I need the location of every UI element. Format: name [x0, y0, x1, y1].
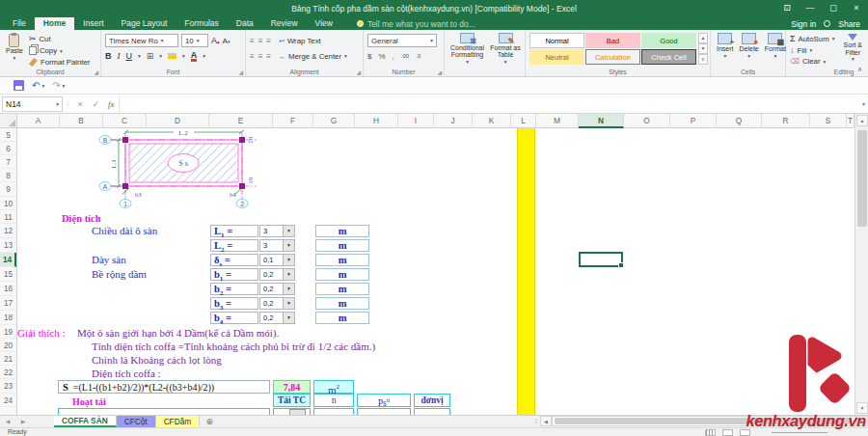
column-header-M[interactable]: M — [536, 114, 579, 128]
redo-button[interactable]: ↷▾ — [52, 80, 65, 91]
font-size-select[interactable]: 10▾ — [181, 34, 208, 47]
row-header-8[interactable]: 8 — [0, 169, 16, 182]
sheet-tab-cfcột[interactable]: CFCột — [117, 416, 156, 427]
styles-more-icon[interactable]: ≡ — [698, 54, 708, 65]
row-header-22[interactable]: 22 — [0, 366, 16, 379]
column-header-D[interactable]: D — [147, 114, 209, 128]
format-painter-button[interactable]: Format Painter — [29, 57, 91, 68]
column-header-Q[interactable]: Q — [717, 114, 762, 128]
align-left-icon[interactable]: ≡ — [250, 52, 254, 61]
column-header-A[interactable]: A — [17, 114, 60, 128]
accounting-format-icon[interactable]: $ — [367, 52, 371, 61]
share-button[interactable]: Share — [838, 19, 860, 29]
save-icon[interactable] — [14, 80, 24, 91]
dialog-launcher-icon[interactable]: ◢ — [94, 68, 98, 75]
dialog-launcher-icon[interactable]: ◢ — [356, 68, 361, 75]
formula-input[interactable] — [119, 96, 858, 112]
wrap-text-button[interactable]: ↩Wrap Text — [279, 36, 321, 46]
value-dropdown[interactable]: 3▼ — [259, 239, 295, 252]
underline-button[interactable]: U — [126, 51, 133, 61]
row-header-24[interactable]: 24 — [0, 394, 16, 407]
dropdown-arrow-icon[interactable]: ▼ — [283, 313, 294, 323]
menu-tab-file[interactable]: File — [4, 17, 35, 30]
autosum-button[interactable]: ΣAutoSum▾ — [790, 34, 834, 44]
grow-font-icon[interactable]: A▴ — [211, 36, 220, 45]
row-header-17[interactable]: 17 — [0, 296, 16, 311]
menu-tab-insert[interactable]: Insert — [74, 17, 112, 30]
tab-scroll-right-icon[interactable]: ▶ — [15, 416, 31, 427]
menu-tab-page-layout[interactable]: Page Layout — [113, 17, 176, 30]
close-icon[interactable]: × — [845, 0, 868, 17]
insert-cells-button[interactable]: + Insert▾ — [715, 32, 736, 67]
percent-style-icon[interactable]: % — [378, 52, 385, 61]
row-header-14[interactable]: 14 — [0, 253, 16, 267]
row-header-6[interactable]: 6 — [0, 142, 16, 155]
row-header-9[interactable]: 9 — [0, 182, 16, 197]
value-dropdown[interactable]: 0,2▼ — [259, 297, 295, 310]
dropdown-arrow-icon[interactable]: ▼ — [283, 226, 294, 236]
row-header-20[interactable]: 20 — [0, 339, 16, 352]
undo-button[interactable]: ↶▾ — [32, 80, 44, 91]
merge-center-button[interactable]: ↔Merge & Center▾ — [279, 51, 347, 62]
maximize-icon[interactable]: ◻ — [822, 0, 845, 17]
column-header-J[interactable]: J — [434, 114, 473, 128]
cancel-icon[interactable]: × — [72, 99, 88, 109]
align-top-icon[interactable]: ≡ — [250, 37, 254, 45]
sheet-tab-cfdầm[interactable]: CFDầm — [156, 416, 201, 427]
dropdown-arrow-icon[interactable]: ▼ — [283, 255, 294, 265]
cell-style-good[interactable]: Good — [641, 33, 696, 48]
styles-scroll-up-icon[interactable]: ▲ — [698, 33, 708, 43]
scrollbar-resize-handle[interactable]: ⁞ — [532, 418, 540, 424]
fill-button[interactable]: ↓Fill▾ — [790, 45, 834, 56]
row-header-18[interactable]: 18 — [0, 311, 16, 325]
shrink-font-icon[interactable]: A▾ — [223, 37, 231, 45]
value-dropdown[interactable]: 0,2▼ — [259, 283, 295, 295]
minimize-icon[interactable]: — — [799, 0, 822, 17]
align-center-icon[interactable]: ≡ — [258, 52, 262, 61]
area-formula-cell[interactable]: S =(L1-((b1+b2)/2))*(L2-((b3+b4)/2)) — [58, 380, 270, 394]
clear-button[interactable]: ⌫Clear▾ — [790, 56, 834, 67]
align-bottom-icon[interactable]: ≡ — [266, 37, 270, 45]
styles-scroll-down-icon[interactable]: ▼ — [698, 43, 708, 54]
font-name-select[interactable]: Times New Ro▾ — [105, 34, 178, 47]
cell-style-neutral[interactable]: Neutral — [529, 49, 584, 65]
ribbon-display-options-icon[interactable]: ⊡ — [775, 0, 799, 17]
column-header-B[interactable]: B — [60, 114, 103, 128]
normal-view-icon[interactable] — [705, 429, 716, 436]
scroll-left-icon[interactable]: ◀ — [540, 416, 552, 426]
tell-me-box[interactable]: Tell me what you want to do... — [357, 17, 475, 30]
font-color-icon[interactable]: A — [191, 51, 198, 62]
page-break-view-icon[interactable] — [740, 429, 750, 436]
selected-cell-N14[interactable] — [579, 252, 623, 267]
sign-in-link[interactable]: Sign in — [791, 19, 816, 29]
conditional-formatting-button[interactable]: ≣ Conditional Formatting▾ — [448, 32, 486, 67]
collapse-ribbon-icon[interactable]: ∧ — [857, 66, 862, 73]
enter-icon[interactable]: ✓ — [88, 99, 103, 109]
area-result-cell[interactable]: 7,84 — [273, 380, 311, 394]
column-header-P[interactable]: P — [670, 114, 717, 128]
format-cells-button[interactable]: ▦ Format▾ — [763, 32, 788, 67]
value-dropdown[interactable]: 0,2▼ — [259, 312, 295, 324]
borders-icon[interactable]: ⊞ — [147, 51, 154, 61]
menu-tab-home[interactable]: Home — [35, 17, 75, 30]
zoom-slider[interactable] — [772, 432, 827, 433]
cell-style-normal[interactable]: Normal — [529, 33, 584, 48]
column-header-I[interactable]: I — [398, 114, 434, 128]
increase-decimal-icon[interactable]: .00 — [401, 53, 409, 59]
dropdown-arrow-icon[interactable]: ▼ — [283, 240, 294, 251]
fill-color-icon[interactable] — [168, 53, 176, 59]
copy-button[interactable]: Copy▾ — [29, 45, 91, 56]
menu-tab-review[interactable]: Review — [262, 17, 307, 30]
bold-button[interactable]: B — [105, 51, 112, 61]
cut-button[interactable]: ✂Cut — [29, 34, 91, 44]
dropdown-arrow-icon[interactable]: ▼ — [283, 284, 294, 294]
column-header-N[interactable]: N — [579, 114, 624, 128]
dialog-launcher-icon[interactable]: ◢ — [238, 68, 243, 75]
align-right-icon[interactable]: ≡ — [266, 52, 270, 61]
row-header-21[interactable]: 21 — [0, 352, 16, 366]
dropdown-arrow-icon[interactable]: ▼ — [283, 269, 294, 280]
align-middle-icon[interactable]: ≡ — [258, 37, 262, 45]
tab-scroll-left-icon[interactable]: ◀ — [0, 416, 15, 427]
column-header-O[interactable]: O — [624, 114, 670, 128]
value-dropdown[interactable]: 3▼ — [259, 225, 295, 237]
